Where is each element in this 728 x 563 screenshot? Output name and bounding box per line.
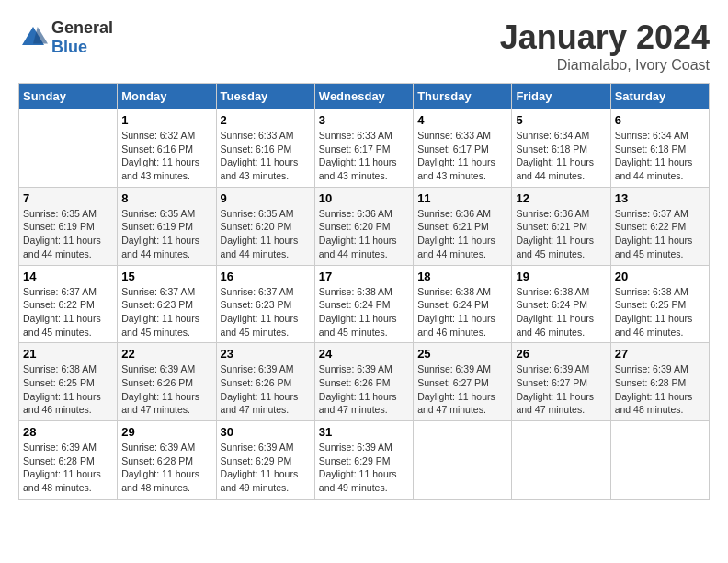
day-header-tuesday: Tuesday <box>216 84 314 109</box>
cell-info: Sunrise: 6:36 AMSunset: 6:20 PMDaylight:… <box>319 207 409 261</box>
calendar-cell: 27Sunrise: 6:39 AMSunset: 6:28 PMDayligh… <box>610 343 709 421</box>
cell-info: Sunrise: 6:38 AMSunset: 6:24 PMDaylight:… <box>516 285 606 339</box>
calendar-cell: 5Sunrise: 6:34 AMSunset: 6:18 PMDaylight… <box>512 109 610 188</box>
day-number: 11 <box>417 191 507 205</box>
cell-info: Sunrise: 6:36 AMSunset: 6:21 PMDaylight:… <box>417 207 507 261</box>
calendar-cell: 25Sunrise: 6:39 AMSunset: 6:27 PMDayligh… <box>414 343 512 421</box>
calendar-header-row: SundayMondayTuesdayWednesdayThursdayFrid… <box>19 84 710 109</box>
cell-info: Sunrise: 6:38 AMSunset: 6:25 PMDaylight:… <box>23 362 113 417</box>
cell-info: Sunrise: 6:39 AMSunset: 6:28 PMDaylight:… <box>615 362 705 417</box>
cell-info: Sunrise: 6:34 AMSunset: 6:18 PMDaylight:… <box>516 129 606 183</box>
calendar-cell: 14Sunrise: 6:37 AMSunset: 6:22 PMDayligh… <box>19 265 118 343</box>
day-number: 5 <box>516 113 606 127</box>
day-number: 14 <box>23 270 113 283</box>
day-number: 16 <box>221 270 311 283</box>
calendar-cell: 19Sunrise: 6:38 AMSunset: 6:24 PMDayligh… <box>512 265 610 343</box>
calendar-cell: 1Sunrise: 6:32 AMSunset: 6:16 PMDaylight… <box>118 109 216 188</box>
calendar-cell: 28Sunrise: 6:39 AMSunset: 6:28 PMDayligh… <box>19 421 118 500</box>
day-header-thursday: Thursday <box>414 84 512 109</box>
cell-info: Sunrise: 6:35 AMSunset: 6:20 PMDaylight:… <box>221 207 311 261</box>
logo-blue-text: Blue <box>51 38 87 56</box>
calendar-table: SundayMondayTuesdayWednesdayThursdayFrid… <box>18 83 710 500</box>
cell-info: Sunrise: 6:37 AMSunset: 6:23 PMDaylight:… <box>121 285 211 339</box>
day-number: 30 <box>221 425 311 439</box>
day-number: 6 <box>615 113 705 127</box>
month-title: January 2024 <box>500 18 710 57</box>
calendar-week-row: 28Sunrise: 6:39 AMSunset: 6:28 PMDayligh… <box>19 421 710 500</box>
cell-info: Sunrise: 6:39 AMSunset: 6:26 PMDaylight:… <box>221 362 311 417</box>
calendar-cell: 3Sunrise: 6:33 AMSunset: 6:17 PMDaylight… <box>314 109 413 188</box>
day-number: 18 <box>417 270 507 283</box>
day-header-sunday: Sunday <box>19 84 118 109</box>
cell-info: Sunrise: 6:39 AMSunset: 6:29 PMDaylight:… <box>319 441 409 495</box>
calendar-cell: 18Sunrise: 6:38 AMSunset: 6:24 PMDayligh… <box>414 265 512 343</box>
day-number: 8 <box>121 191 211 205</box>
calendar-cell: 11Sunrise: 6:36 AMSunset: 6:21 PMDayligh… <box>414 187 512 265</box>
page-header: General Blue January 2024 Diamalabo, Ivo… <box>18 18 710 74</box>
day-number: 13 <box>615 191 705 205</box>
cell-info: Sunrise: 6:37 AMSunset: 6:23 PMDaylight:… <box>221 285 311 339</box>
calendar-week-row: 7Sunrise: 6:35 AMSunset: 6:19 PMDaylight… <box>19 187 710 265</box>
day-number: 26 <box>516 347 606 361</box>
calendar-week-row: 21Sunrise: 6:38 AMSunset: 6:25 PMDayligh… <box>19 343 710 421</box>
cell-info: Sunrise: 6:39 AMSunset: 6:26 PMDaylight:… <box>121 362 211 417</box>
calendar-cell: 26Sunrise: 6:39 AMSunset: 6:27 PMDayligh… <box>512 343 610 421</box>
calendar-cell: 4Sunrise: 6:33 AMSunset: 6:17 PMDaylight… <box>414 109 512 188</box>
day-number: 20 <box>615 270 705 283</box>
calendar-cell <box>512 421 610 500</box>
calendar-cell: 15Sunrise: 6:37 AMSunset: 6:23 PMDayligh… <box>118 265 216 343</box>
cell-info: Sunrise: 6:39 AMSunset: 6:26 PMDaylight:… <box>319 362 409 417</box>
calendar-cell: 8Sunrise: 6:35 AMSunset: 6:19 PMDaylight… <box>118 187 216 265</box>
day-number: 24 <box>319 347 409 361</box>
cell-info: Sunrise: 6:35 AMSunset: 6:19 PMDaylight:… <box>23 207 113 261</box>
calendar-cell: 24Sunrise: 6:39 AMSunset: 6:26 PMDayligh… <box>314 343 413 421</box>
day-number: 23 <box>221 347 311 361</box>
day-header-wednesday: Wednesday <box>314 84 413 109</box>
cell-info: Sunrise: 6:39 AMSunset: 6:28 PMDaylight:… <box>121 441 211 495</box>
calendar-cell: 12Sunrise: 6:36 AMSunset: 6:21 PMDayligh… <box>512 187 610 265</box>
calendar-cell: 21Sunrise: 6:38 AMSunset: 6:25 PMDayligh… <box>19 343 118 421</box>
cell-info: Sunrise: 6:33 AMSunset: 6:17 PMDaylight:… <box>319 129 409 183</box>
day-number: 17 <box>319 270 409 283</box>
calendar-cell <box>610 421 709 500</box>
day-number: 27 <box>615 347 705 361</box>
cell-info: Sunrise: 6:32 AMSunset: 6:16 PMDaylight:… <box>121 129 211 183</box>
calendar-cell: 9Sunrise: 6:35 AMSunset: 6:20 PMDaylight… <box>216 187 314 265</box>
cell-info: Sunrise: 6:37 AMSunset: 6:22 PMDaylight:… <box>23 285 113 339</box>
day-number: 15 <box>121 270 211 283</box>
location-title: Diamalabo, Ivory Coast <box>500 57 710 74</box>
calendar-cell: 10Sunrise: 6:36 AMSunset: 6:20 PMDayligh… <box>314 187 413 265</box>
cell-info: Sunrise: 6:39 AMSunset: 6:28 PMDaylight:… <box>23 441 113 495</box>
calendar-cell: 29Sunrise: 6:39 AMSunset: 6:28 PMDayligh… <box>118 421 216 500</box>
day-header-saturday: Saturday <box>610 84 709 109</box>
calendar-cell: 16Sunrise: 6:37 AMSunset: 6:23 PMDayligh… <box>216 265 314 343</box>
cell-info: Sunrise: 6:38 AMSunset: 6:24 PMDaylight:… <box>417 285 507 339</box>
calendar-body: 1Sunrise: 6:32 AMSunset: 6:16 PMDaylight… <box>19 109 710 500</box>
calendar-week-row: 1Sunrise: 6:32 AMSunset: 6:16 PMDaylight… <box>19 109 710 188</box>
day-number: 19 <box>516 270 606 283</box>
day-number: 21 <box>23 347 113 361</box>
day-number: 7 <box>23 191 113 205</box>
cell-info: Sunrise: 6:34 AMSunset: 6:18 PMDaylight:… <box>615 129 705 183</box>
day-number: 12 <box>516 191 606 205</box>
logo-general-text: General <box>51 18 113 37</box>
day-number: 31 <box>319 425 409 439</box>
cell-info: Sunrise: 6:39 AMSunset: 6:29 PMDaylight:… <box>221 441 311 495</box>
day-number: 3 <box>319 113 409 127</box>
cell-info: Sunrise: 6:36 AMSunset: 6:21 PMDaylight:… <box>516 207 606 261</box>
cell-info: Sunrise: 6:39 AMSunset: 6:27 PMDaylight:… <box>417 362 507 417</box>
cell-info: Sunrise: 6:33 AMSunset: 6:17 PMDaylight:… <box>417 129 507 183</box>
day-number: 22 <box>121 347 211 361</box>
day-number: 25 <box>417 347 507 361</box>
day-number: 4 <box>417 113 507 127</box>
calendar-cell: 6Sunrise: 6:34 AMSunset: 6:18 PMDaylight… <box>610 109 709 188</box>
calendar-cell: 13Sunrise: 6:37 AMSunset: 6:22 PMDayligh… <box>610 187 709 265</box>
cell-info: Sunrise: 6:35 AMSunset: 6:19 PMDaylight:… <box>121 207 211 261</box>
calendar-cell <box>19 109 118 188</box>
day-header-monday: Monday <box>118 84 216 109</box>
day-number: 2 <box>221 113 311 127</box>
logo-icon <box>18 23 48 52</box>
day-number: 9 <box>221 191 311 205</box>
calendar-cell: 23Sunrise: 6:39 AMSunset: 6:26 PMDayligh… <box>216 343 314 421</box>
calendar-week-row: 14Sunrise: 6:37 AMSunset: 6:22 PMDayligh… <box>19 265 710 343</box>
